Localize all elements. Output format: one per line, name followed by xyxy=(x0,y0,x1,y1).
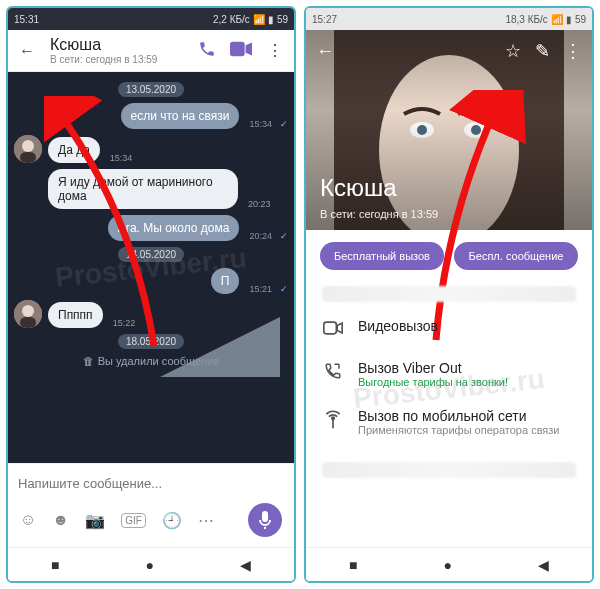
option-viber-out[interactable]: Вызов Viber Out Выгодные тарифы на звонк… xyxy=(306,350,592,398)
battery-icon: ▮ xyxy=(566,14,572,25)
svg-point-2 xyxy=(22,140,34,152)
option-label: Вызов Viber Out xyxy=(358,360,508,376)
video-icon[interactable] xyxy=(230,41,252,61)
nav-recent-icon[interactable]: ■ xyxy=(349,557,357,573)
chat-header: ← Ксюша В сети: сегодня в 13:59 ⋮ xyxy=(8,30,294,72)
back-icon[interactable]: ← xyxy=(316,41,334,62)
profile-status: В сети: сегодня в 13:59 xyxy=(320,208,438,220)
read-icon: ✓ xyxy=(280,119,288,129)
message-bubble[interactable]: П xyxy=(211,268,240,294)
mic-button[interactable] xyxy=(248,503,282,537)
avatar[interactable] xyxy=(14,300,42,328)
status-time: 15:27 xyxy=(312,14,337,25)
svg-rect-0 xyxy=(230,41,245,56)
nav-home-icon[interactable]: ● xyxy=(443,557,451,573)
profile-name: Ксюша xyxy=(320,174,397,202)
more-icon[interactable]: ⋮ xyxy=(264,41,286,60)
wifi-icon: 📶 xyxy=(551,14,563,25)
option-sublabel: Выгодные тарифы на звонки! xyxy=(358,376,508,388)
message-bubble[interactable]: если что на связи xyxy=(121,103,240,129)
phone-out-icon xyxy=(322,362,344,385)
call-icon[interactable] xyxy=(196,40,218,62)
read-icon: ✓ xyxy=(280,231,288,241)
option-label: Вызов по мобильной сети xyxy=(358,408,560,424)
message-time: 15:34 xyxy=(249,119,272,129)
free-call-button[interactable]: Бесплатный вызов xyxy=(320,242,444,270)
message-row: если что на связи 15:34✓ xyxy=(14,103,288,129)
more-icon[interactable]: ⋮ xyxy=(564,40,582,62)
svg-rect-8 xyxy=(262,511,268,522)
chat-title: Ксюша xyxy=(50,36,184,54)
option-label: Видеовызов xyxy=(358,318,438,334)
trash-icon: 🗑 xyxy=(83,355,94,367)
message-time: 20:23 xyxy=(248,199,271,209)
edit-icon[interactable]: ✎ xyxy=(535,40,550,62)
message-row: Да да 15:34 xyxy=(14,135,288,163)
svg-point-17 xyxy=(332,417,335,420)
message-time: 15:21 xyxy=(249,284,272,294)
more-composer-icon[interactable]: ⋯ xyxy=(198,511,214,530)
attachment-shape xyxy=(160,317,280,377)
status-battery: 59 xyxy=(277,14,288,25)
profile-screen: 15:27 18,3 КБ/с 📶 ▮ 59 xyxy=(304,6,594,583)
nav-bar: ■ ● ◀ xyxy=(306,547,592,581)
info-blurred xyxy=(322,462,576,478)
nav-recent-icon[interactable]: ■ xyxy=(51,557,59,573)
nav-home-icon[interactable]: ● xyxy=(145,557,153,573)
message-input[interactable] xyxy=(16,470,286,501)
wifi-icon: 📶 xyxy=(253,14,265,25)
chat-screen: 15:31 2,2 КБ/с 📶 ▮ 59 ← Ксюша В сети: се… xyxy=(6,6,296,583)
video-icon xyxy=(322,320,344,340)
status-net: 2,2 КБ/с xyxy=(213,14,250,25)
svg-rect-3 xyxy=(20,152,36,163)
battery-icon: ▮ xyxy=(268,14,274,25)
message-row: Я иду домой от марининого дома 20:23 xyxy=(14,169,288,209)
profile-body: ProstoViber.ru Бесплатный вызов Беспл. с… xyxy=(306,230,592,547)
back-icon[interactable]: ← xyxy=(16,42,38,60)
svg-marker-7 xyxy=(160,317,280,377)
svg-rect-16 xyxy=(324,322,337,334)
free-message-button[interactable]: Беспл. сообщение xyxy=(454,242,578,270)
message-time: 15:34 xyxy=(110,153,133,163)
composer: ☺ ☻ 📷 GIF 🕘 ⋯ xyxy=(8,463,294,547)
message-row: Ага. Мы около дома 20:24✓ xyxy=(14,215,288,241)
avatar[interactable] xyxy=(14,135,42,163)
message-bubble[interactable]: Ппппп xyxy=(48,302,103,328)
svg-rect-6 xyxy=(20,317,36,328)
option-video-call[interactable]: Видеовызов xyxy=(306,308,592,350)
message-bubble[interactable]: Я иду домой от марининого дома xyxy=(48,169,238,209)
message-time: 15:22 xyxy=(113,318,136,328)
nav-bar: ■ ● ◀ xyxy=(8,547,294,581)
chat-body: ProstoViber.ru 13.05.2020 если что на св… xyxy=(8,72,294,463)
message-bubble[interactable]: Да да xyxy=(48,137,100,163)
message-time: 20:24 xyxy=(249,231,272,241)
chat-title-block[interactable]: Ксюша В сети: сегодня в 13:59 xyxy=(50,36,184,65)
svg-point-5 xyxy=(22,305,34,317)
phone-number-blurred xyxy=(322,286,576,302)
status-battery: 59 xyxy=(575,14,586,25)
clock-icon[interactable]: 🕘 xyxy=(162,511,182,530)
status-net: 18,3 КБ/с xyxy=(505,14,547,25)
date-chip: 13.05.2020 xyxy=(118,82,184,97)
chat-subtitle: В сети: сегодня в 13:59 xyxy=(50,54,184,65)
message-bubble[interactable]: Ага. Мы около дома xyxy=(108,215,240,241)
camera-icon[interactable]: 📷 xyxy=(85,511,105,530)
message-row: П 15:21✓ xyxy=(14,268,288,294)
emoji-icon[interactable]: ☻ xyxy=(52,511,69,529)
sticker-icon[interactable]: ☺ xyxy=(20,511,36,529)
status-bar: 15:27 18,3 КБ/с 📶 ▮ 59 xyxy=(306,8,592,30)
read-icon: ✓ xyxy=(280,284,288,294)
status-time: 15:31 xyxy=(14,14,39,25)
star-icon[interactable]: ☆ xyxy=(505,40,521,62)
nav-back-icon[interactable]: ◀ xyxy=(240,557,251,573)
option-sublabel: Применяются тарифы оператора связи xyxy=(358,424,560,436)
option-cellular-call[interactable]: Вызов по мобильной сети Применяются тари… xyxy=(306,398,592,446)
date-chip: 14.05.2020 xyxy=(118,247,184,262)
antenna-icon xyxy=(322,410,344,435)
gif-icon[interactable]: GIF xyxy=(121,513,146,528)
nav-back-icon[interactable]: ◀ xyxy=(538,557,549,573)
profile-hero[interactable]: ← ☆ ✎ ⋮ Ксюша В сети: сегодня в 13:59 xyxy=(306,30,592,230)
status-bar: 15:31 2,2 КБ/с 📶 ▮ 59 xyxy=(8,8,294,30)
